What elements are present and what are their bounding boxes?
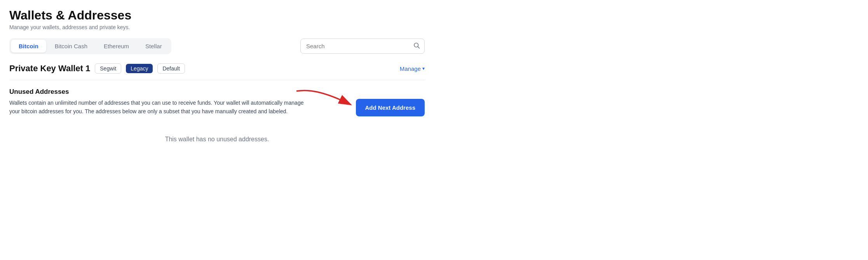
wallet-name: Private Key Wallet 1 (9, 63, 90, 74)
manage-button[interactable]: Manage ▾ (400, 65, 425, 72)
page-subtitle: Manage your wallets, addresses and priva… (9, 24, 425, 30)
wallet-header: Private Key Wallet 1 Segwit Legacy Defau… (9, 63, 425, 74)
tab-bitcoin-cash[interactable]: Bitcoin Cash (47, 40, 95, 53)
add-address-area: Add Next Address (356, 99, 425, 116)
wallet-title-group: Private Key Wallet 1 Segwit Legacy Defau… (9, 63, 185, 74)
badge-segwit[interactable]: Segwit (95, 63, 121, 74)
search-input[interactable] (300, 39, 425, 54)
search-container (300, 39, 425, 54)
unused-section-description: Wallets contain an unlimited number of a… (9, 99, 312, 116)
page-title: Wallets & Addresses (9, 8, 425, 23)
currency-tabs: Bitcoin Bitcoin Cash Ethereum Stellar (9, 38, 171, 54)
divider (9, 80, 425, 80)
tab-stellar[interactable]: Stellar (138, 40, 170, 53)
tab-bitcoin[interactable]: Bitcoin (11, 40, 46, 53)
add-next-address-button[interactable]: Add Next Address (356, 99, 425, 116)
badge-default[interactable]: Default (157, 63, 185, 74)
empty-addresses-message: This wallet has no unused addresses. (9, 128, 425, 147)
badge-legacy[interactable]: Legacy (126, 64, 153, 73)
red-arrow-pointer (293, 87, 355, 112)
unused-content-row: Wallets contain an unlimited number of a… (9, 99, 425, 116)
unused-section-title: Unused Addresses (9, 88, 425, 96)
manage-label: Manage (400, 65, 421, 72)
tab-ethereum[interactable]: Ethereum (96, 40, 137, 53)
chevron-down-icon: ▾ (422, 66, 425, 71)
